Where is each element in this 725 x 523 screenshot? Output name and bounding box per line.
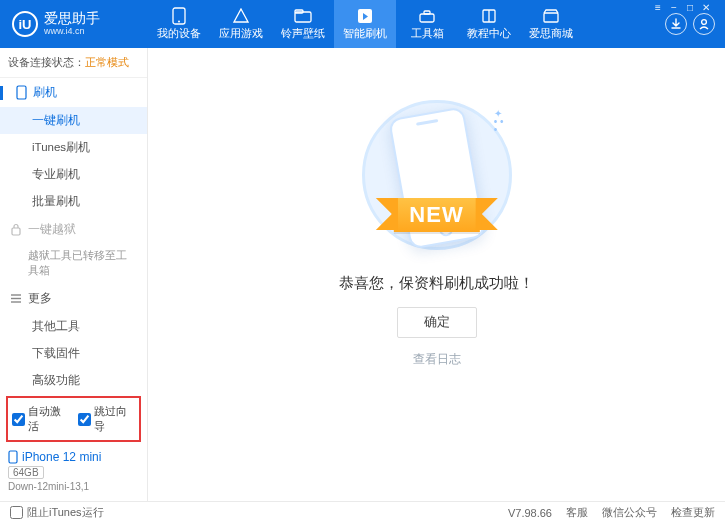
tools-icon <box>418 7 436 25</box>
lock-icon <box>10 223 22 236</box>
tab-store[interactable]: 爱思商城 <box>520 0 582 48</box>
svg-point-1 <box>178 21 180 23</box>
svg-point-10 <box>702 20 707 25</box>
version-label: V7.98.66 <box>508 507 552 519</box>
tab-ringtones[interactable]: 铃声壁纸 <box>272 0 334 48</box>
top-tabs: 我的设备 应用游戏 铃声壁纸 智能刷机 工具箱 教程中心 爱思商城 <box>148 0 665 48</box>
svg-rect-16 <box>9 451 17 463</box>
tab-tutorials[interactable]: 教程中心 <box>458 0 520 48</box>
view-log-link[interactable]: 查看日志 <box>413 352 461 367</box>
footer: 阻止iTunes运行 V7.98.66 客服 微信公众号 检查更新 <box>0 501 725 523</box>
main-panel: ✦• •• NEW 恭喜您，保资料刷机成功啦！ 确定 查看日志 <box>148 48 725 501</box>
sidebar: 设备连接状态：正常模式 刷机 一键刷机 iTunes刷机 专业刷机 批量刷机 一… <box>0 48 148 501</box>
device-block[interactable]: iPhone 12 mini 64GB Down-12mini-13,1 <box>0 444 147 496</box>
category-more[interactable]: 更多 <box>0 284 147 313</box>
ok-button[interactable]: 确定 <box>397 307 477 338</box>
tab-apps[interactable]: 应用游戏 <box>210 0 272 48</box>
phone-icon <box>170 7 188 25</box>
app-name: 爱思助手 <box>44 11 100 26</box>
device-phone-icon <box>8 450 18 464</box>
svg-rect-11 <box>17 86 26 99</box>
sub-advanced[interactable]: 高级功能 <box>0 367 147 394</box>
titlebar: ≡ − □ ✕ iU 爱思助手 www.i4.cn 我的设备 应用游戏 铃声壁纸… <box>0 0 725 48</box>
book-icon <box>480 7 498 25</box>
sub-batch-flash[interactable]: 批量刷机 <box>0 188 147 215</box>
device-firmware: Down-12mini-13,1 <box>8 481 139 492</box>
sub-itunes-flash[interactable]: iTunes刷机 <box>0 134 147 161</box>
svg-rect-6 <box>424 11 430 14</box>
chk-skip-guide[interactable]: 跳过向导 <box>78 404 136 434</box>
app-url: www.i4.cn <box>44 27 100 37</box>
success-illustration: ✦• •• NEW <box>362 100 512 250</box>
chk-block-itunes[interactable]: 阻止iTunes运行 <box>10 505 104 520</box>
logo: iU 爱思助手 www.i4.cn <box>12 11 148 37</box>
close-icon[interactable]: ✕ <box>699 2 713 13</box>
sub-oneclick-flash[interactable]: 一键刷机 <box>0 107 147 134</box>
tab-smart-flash[interactable]: 智能刷机 <box>334 0 396 48</box>
logo-icon: iU <box>12 11 38 37</box>
maximize-icon[interactable]: □ <box>683 2 697 13</box>
svg-rect-12 <box>12 228 20 235</box>
wechat-link[interactable]: 微信公众号 <box>602 505 657 520</box>
sub-other-tools[interactable]: 其他工具 <box>0 313 147 340</box>
check-update-link[interactable]: 检查更新 <box>671 505 715 520</box>
tab-toolbox[interactable]: 工具箱 <box>396 0 458 48</box>
category-jailbreak: 一键越狱 <box>0 215 147 244</box>
options-checkboxes: 自动激活 跳过向导 <box>6 396 141 442</box>
tab-my-device[interactable]: 我的设备 <box>148 0 210 48</box>
success-message: 恭喜您，保资料刷机成功啦！ <box>339 274 534 293</box>
jailbreak-note: 越狱工具已转移至工具箱 <box>28 248 137 278</box>
chk-auto-activate[interactable]: 自动激活 <box>12 404 70 434</box>
smart-icon <box>356 7 374 25</box>
connection-status: 设备连接状态：正常模式 <box>0 48 147 78</box>
new-ribbon: NEW <box>393 198 479 232</box>
titlebar-right <box>665 13 715 35</box>
svg-rect-9 <box>544 13 558 22</box>
phone-small-icon <box>16 85 27 100</box>
minimize-icon[interactable]: − <box>667 2 681 13</box>
menu-icon[interactable]: ≡ <box>651 2 665 13</box>
user-button[interactable] <box>693 13 715 35</box>
store-icon <box>542 7 560 25</box>
device-storage: 64GB <box>8 466 44 479</box>
support-link[interactable]: 客服 <box>566 505 588 520</box>
download-button[interactable] <box>665 13 687 35</box>
sub-download-fw[interactable]: 下载固件 <box>0 340 147 367</box>
apps-icon <box>232 7 250 25</box>
sub-pro-flash[interactable]: 专业刷机 <box>0 161 147 188</box>
device-name: iPhone 12 mini <box>8 450 139 464</box>
svg-rect-5 <box>420 14 434 22</box>
category-flash[interactable]: 刷机 <box>0 78 147 107</box>
window-controls: ≡ − □ ✕ <box>651 2 713 13</box>
list-icon <box>10 293 22 304</box>
folder-icon <box>294 7 312 25</box>
